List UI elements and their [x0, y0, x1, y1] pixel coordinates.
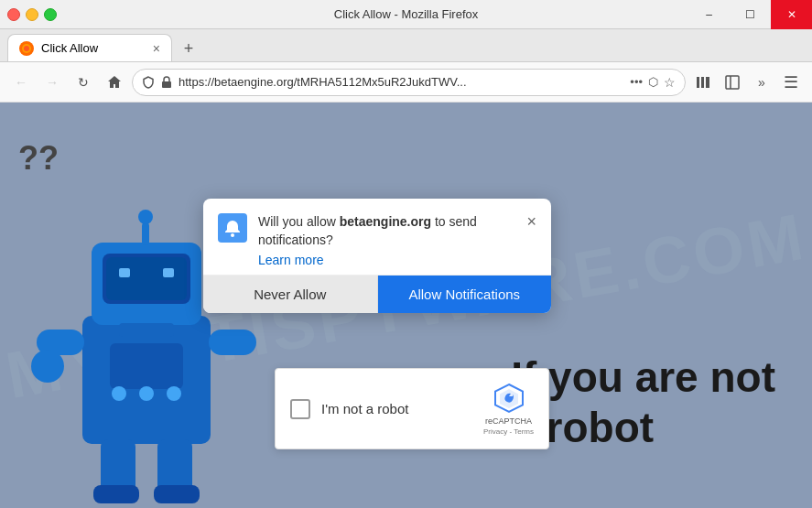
captcha-box[interactable]: I'm not a robot reCAPTCHA Privacy - Term…	[275, 368, 549, 449]
recaptcha-brand: reCAPTCHA	[485, 416, 532, 426]
minimize-button[interactable]: –	[688, 0, 730, 29]
svg-point-15	[138, 210, 153, 224]
library-button[interactable]	[689, 69, 717, 96]
never-allow-button[interactable]: Never Allow	[203, 276, 378, 313]
window-title: Click Allow - Mozilla Firefox	[334, 7, 478, 21]
bell-icon	[223, 219, 242, 237]
address-bar[interactable]: https://betaengine.org/tMRHA5112Mx5uR2Ju…	[132, 69, 686, 96]
popup-header: Will you allow betaengine.org to send no…	[203, 199, 551, 275]
more-tools-button[interactable]: »	[748, 69, 775, 96]
svg-rect-4	[701, 77, 704, 88]
security-icon	[142, 76, 155, 89]
svg-rect-6	[726, 76, 739, 89]
recaptcha-terms[interactable]: Terms	[514, 427, 534, 436]
page-text-line2: a robot	[511, 403, 775, 453]
page-content: MYANTISPYWARE.COM ??	[0, 103, 812, 508]
title-bar: Click Allow - Mozilla Firefox – ☐ ✕	[0, 0, 812, 29]
minimize-traffic-light[interactable]	[26, 8, 38, 21]
captcha-label: I'm not a robot	[321, 401, 472, 416]
pocket-icon[interactable]: ⬡	[648, 75, 658, 89]
menu-button[interactable]: ☰	[777, 69, 805, 96]
popup-site: betaengine.org	[340, 214, 431, 229]
forward-button[interactable]: →	[38, 69, 66, 96]
svg-rect-12	[119, 268, 130, 277]
svg-rect-3	[697, 77, 699, 88]
svg-rect-16	[119, 323, 174, 337]
sidebar-icon	[725, 75, 740, 90]
recaptcha-privacy[interactable]: Privacy	[483, 427, 507, 436]
svg-rect-22	[93, 485, 139, 503]
recaptcha-logo	[493, 382, 525, 415]
active-tab[interactable]: Click Allow ×	[7, 34, 172, 61]
tab-close-button[interactable]: ×	[153, 41, 160, 56]
svg-rect-2	[162, 81, 171, 88]
popup-text: Will you allow betaengine.org to send no…	[258, 213, 515, 267]
firefox-icon	[21, 43, 32, 54]
tab-label: Click Allow	[41, 41, 146, 55]
svg-point-26	[139, 386, 154, 401]
svg-point-27	[167, 386, 181, 401]
svg-rect-13	[163, 268, 174, 277]
page-body-text: If you are not a robot	[511, 352, 775, 453]
tab-favicon	[19, 41, 34, 56]
lock-icon	[160, 76, 173, 89]
maximize-button[interactable]: ☐	[730, 0, 771, 29]
svg-rect-14	[142, 222, 149, 245]
maximize-traffic-light[interactable]	[44, 8, 57, 21]
svg-rect-11	[106, 257, 187, 300]
new-tab-button[interactable]: +	[176, 36, 201, 61]
window-controls: – ☐ ✕	[688, 0, 812, 29]
library-icon	[696, 75, 710, 90]
back-button[interactable]: ←	[7, 69, 35, 96]
refresh-button[interactable]: ↻	[70, 69, 97, 96]
home-button[interactable]	[101, 69, 128, 96]
svg-point-25	[112, 386, 126, 401]
nav-icons-right: » ☰	[689, 69, 805, 96]
popup-buttons: Never Allow Allow Notifications	[203, 275, 551, 313]
captcha-checkbox[interactable]	[290, 399, 310, 419]
more-icon: •••	[630, 75, 643, 89]
recaptcha-links: Privacy - Terms	[483, 427, 534, 436]
notification-popup: Will you allow betaengine.org to send no…	[203, 199, 551, 313]
home-icon	[107, 75, 122, 90]
close-button[interactable]: ✕	[771, 0, 812, 29]
popup-question-prefix: Will you allow	[258, 214, 340, 229]
popup-question: Will you allow betaengine.org to send no…	[258, 214, 477, 247]
page-text-line1: If you are not	[511, 352, 775, 403]
captcha-logo-area: reCAPTCHA Privacy - Terms	[483, 382, 534, 436]
svg-point-1	[24, 46, 29, 51]
nav-bar: ← → ↻ https://betaengine.org/tMRHA5112Mx…	[0, 62, 812, 103]
bookmark-icon[interactable]: ☆	[664, 75, 676, 90]
popup-close-button[interactable]: ×	[526, 213, 536, 230]
svg-rect-5	[706, 77, 709, 88]
svg-rect-24	[110, 343, 183, 389]
svg-point-19	[31, 350, 64, 383]
traffic-lights	[7, 8, 57, 21]
svg-rect-18	[209, 330, 256, 355]
svg-rect-23	[154, 485, 200, 503]
url-text: https://betaengine.org/tMRHA5112Mx5uR2Ju…	[179, 75, 624, 89]
close-traffic-light[interactable]	[7, 8, 20, 21]
popup-learn-more-link[interactable]: Learn more	[258, 253, 515, 267]
allow-notifications-button[interactable]: Allow Notifications	[378, 276, 552, 313]
tab-bar: Click Allow × +	[0, 29, 812, 62]
svg-point-28	[231, 233, 234, 237]
notification-icon	[218, 213, 247, 243]
sidebar-toggle-button[interactable]	[719, 69, 746, 96]
